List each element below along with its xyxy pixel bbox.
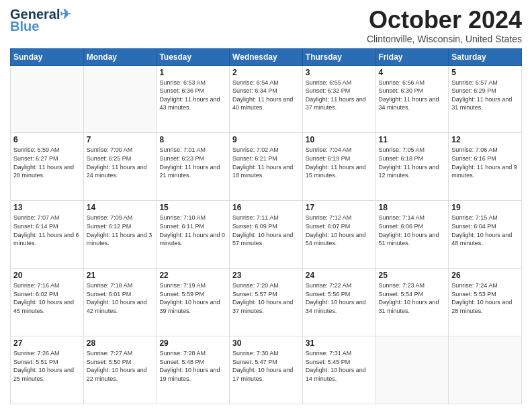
- day-number: 3: [306, 68, 373, 77]
- calendar-cell: 31Sunrise: 7:31 AMSunset: 5:45 PMDayligh…: [302, 336, 375, 404]
- day-info: Sunrise: 6:56 AMSunset: 6:30 PMDaylight:…: [379, 79, 446, 112]
- day-number: 14: [87, 203, 154, 212]
- calendar-cell: 3Sunrise: 6:55 AMSunset: 6:32 PMDaylight…: [302, 65, 375, 133]
- day-info: Sunrise: 7:22 AMSunset: 5:56 PMDaylight:…: [306, 281, 373, 315]
- calendar-cell: [375, 336, 449, 404]
- day-number: 15: [159, 203, 226, 212]
- day-info: Sunrise: 7:27 AMSunset: 5:50 PMDaylight:…: [87, 349, 154, 383]
- logo: General✈ Blue: [10, 7, 71, 34]
- calendar-cell: 5Sunrise: 6:57 AMSunset: 6:29 PMDaylight…: [449, 65, 522, 133]
- day-info: Sunrise: 7:07 AMSunset: 6:14 PMDaylight:…: [13, 214, 81, 247]
- day-number: 13: [13, 203, 81, 212]
- day-number: 24: [306, 271, 373, 280]
- day-number: 27: [13, 338, 81, 348]
- calendar-cell: [83, 65, 157, 133]
- day-info: Sunrise: 7:09 AMSunset: 6:12 PMDaylight:…: [87, 214, 154, 247]
- col-thursday: Thursday: [302, 48, 375, 65]
- calendar-cell: 15Sunrise: 7:10 AMSunset: 6:11 PMDayligh…: [157, 201, 230, 269]
- calendar-cell: 30Sunrise: 7:30 AMSunset: 5:47 PMDayligh…: [230, 336, 303, 404]
- calendar-cell: 24Sunrise: 7:22 AMSunset: 5:56 PMDayligh…: [302, 269, 375, 336]
- day-number: 20: [13, 271, 81, 280]
- day-info: Sunrise: 7:02 AMSunset: 6:21 PMDaylight:…: [232, 146, 300, 179]
- col-wednesday: Wednesday: [230, 48, 303, 65]
- calendar-week-1: 1Sunrise: 6:53 AMSunset: 6:36 PMDaylight…: [11, 65, 522, 133]
- logo-bird-icon: ✈: [60, 7, 71, 21]
- day-number: 21: [87, 271, 154, 280]
- col-saturday: Saturday: [449, 48, 522, 65]
- day-number: 22: [159, 271, 226, 280]
- day-info: Sunrise: 7:30 AMSunset: 5:47 PMDaylight:…: [232, 349, 300, 383]
- calendar-cell: 6Sunrise: 6:59 AMSunset: 6:27 PMDaylight…: [11, 133, 84, 201]
- logo-blue: Blue: [10, 19, 39, 34]
- day-info: Sunrise: 7:18 AMSunset: 6:01 PMDaylight:…: [87, 281, 154, 315]
- calendar-cell: 12Sunrise: 7:06 AMSunset: 6:16 PMDayligh…: [449, 133, 522, 201]
- day-info: Sunrise: 6:59 AMSunset: 6:27 PMDaylight:…: [13, 146, 81, 179]
- calendar-cell: [11, 65, 84, 133]
- day-number: 5: [451, 68, 519, 77]
- day-info: Sunrise: 7:10 AMSunset: 6:11 PMDaylight:…: [159, 214, 226, 247]
- day-number: 17: [306, 203, 373, 212]
- calendar-cell: 8Sunrise: 7:01 AMSunset: 6:23 PMDaylight…: [157, 133, 230, 201]
- calendar-cell: 28Sunrise: 7:27 AMSunset: 5:50 PMDayligh…: [83, 336, 157, 404]
- col-sunday: Sunday: [11, 48, 84, 65]
- calendar-cell: 21Sunrise: 7:18 AMSunset: 6:01 PMDayligh…: [83, 269, 157, 336]
- month-title: October 2024: [367, 7, 522, 34]
- day-number: 7: [87, 135, 154, 144]
- day-info: Sunrise: 7:14 AMSunset: 6:06 PMDaylight:…: [379, 214, 446, 247]
- day-number: 11: [379, 135, 446, 144]
- calendar-cell: 11Sunrise: 7:05 AMSunset: 6:18 PMDayligh…: [375, 133, 449, 201]
- calendar-cell: 23Sunrise: 7:20 AMSunset: 5:57 PMDayligh…: [230, 269, 303, 336]
- day-info: Sunrise: 7:15 AMSunset: 6:04 PMDaylight:…: [451, 214, 519, 247]
- day-number: 16: [232, 203, 300, 212]
- day-number: 10: [306, 135, 373, 144]
- calendar-week-3: 13Sunrise: 7:07 AMSunset: 6:14 PMDayligh…: [11, 201, 522, 269]
- day-number: 25: [379, 271, 446, 280]
- location: Clintonville, Wisconsin, United States: [367, 34, 522, 44]
- day-info: Sunrise: 7:12 AMSunset: 6:07 PMDaylight:…: [306, 214, 373, 247]
- calendar-cell: 18Sunrise: 7:14 AMSunset: 6:06 PMDayligh…: [375, 201, 449, 269]
- day-info: Sunrise: 7:23 AMSunset: 5:54 PMDaylight:…: [379, 281, 446, 315]
- day-number: 2: [232, 68, 300, 77]
- calendar-cell: 27Sunrise: 7:26 AMSunset: 5:51 PMDayligh…: [11, 336, 84, 404]
- day-info: Sunrise: 6:55 AMSunset: 6:32 PMDaylight:…: [306, 79, 373, 112]
- day-info: Sunrise: 7:11 AMSunset: 6:09 PMDaylight:…: [232, 214, 300, 247]
- calendar-cell: 25Sunrise: 7:23 AMSunset: 5:54 PMDayligh…: [375, 269, 449, 336]
- calendar-cell: [449, 336, 522, 404]
- col-friday: Friday: [375, 48, 449, 65]
- day-info: Sunrise: 6:53 AMSunset: 6:36 PMDaylight:…: [159, 79, 226, 112]
- page: General✈ Blue October 2024 Clintonville,…: [0, 0, 532, 411]
- title-area: October 2024 Clintonville, Wisconsin, Un…: [367, 7, 522, 44]
- calendar-week-4: 20Sunrise: 7:16 AMSunset: 6:02 PMDayligh…: [11, 269, 522, 336]
- day-info: Sunrise: 7:28 AMSunset: 5:48 PMDaylight:…: [159, 349, 226, 383]
- calendar-cell: 4Sunrise: 6:56 AMSunset: 6:30 PMDaylight…: [375, 65, 449, 133]
- day-info: Sunrise: 6:54 AMSunset: 6:34 PMDaylight:…: [232, 79, 300, 112]
- day-info: Sunrise: 7:01 AMSunset: 6:23 PMDaylight:…: [159, 146, 226, 179]
- calendar-cell: 2Sunrise: 6:54 AMSunset: 6:34 PMDaylight…: [230, 65, 303, 133]
- day-info: Sunrise: 7:26 AMSunset: 5:51 PMDaylight:…: [13, 349, 81, 383]
- day-info: Sunrise: 7:20 AMSunset: 5:57 PMDaylight:…: [232, 281, 300, 315]
- day-info: Sunrise: 7:04 AMSunset: 6:19 PMDaylight:…: [306, 146, 373, 179]
- calendar-cell: 14Sunrise: 7:09 AMSunset: 6:12 PMDayligh…: [83, 201, 157, 269]
- calendar-cell: 1Sunrise: 6:53 AMSunset: 6:36 PMDaylight…: [157, 65, 230, 133]
- day-number: 29: [159, 338, 226, 348]
- calendar-table: Sunday Monday Tuesday Wednesday Thursday…: [10, 48, 522, 404]
- calendar-cell: 17Sunrise: 7:12 AMSunset: 6:07 PMDayligh…: [302, 201, 375, 269]
- col-monday: Monday: [83, 48, 157, 65]
- day-info: Sunrise: 7:19 AMSunset: 5:59 PMDaylight:…: [159, 281, 226, 315]
- day-number: 30: [232, 338, 300, 348]
- calendar-cell: 20Sunrise: 7:16 AMSunset: 6:02 PMDayligh…: [11, 269, 84, 336]
- day-number: 12: [451, 135, 519, 144]
- day-number: 23: [232, 271, 300, 280]
- calendar-cell: 9Sunrise: 7:02 AMSunset: 6:21 PMDaylight…: [230, 133, 303, 201]
- day-number: 8: [159, 135, 226, 144]
- calendar-cell: 22Sunrise: 7:19 AMSunset: 5:59 PMDayligh…: [157, 269, 230, 336]
- calendar-header-row: Sunday Monday Tuesday Wednesday Thursday…: [11, 48, 522, 65]
- calendar-cell: 26Sunrise: 7:24 AMSunset: 5:53 PMDayligh…: [449, 269, 522, 336]
- calendar-cell: 7Sunrise: 7:00 AMSunset: 6:25 PMDaylight…: [83, 133, 157, 201]
- calendar-week-2: 6Sunrise: 6:59 AMSunset: 6:27 PMDaylight…: [11, 133, 522, 201]
- day-number: 6: [13, 135, 81, 144]
- calendar-cell: 16Sunrise: 7:11 AMSunset: 6:09 PMDayligh…: [230, 201, 303, 269]
- day-info: Sunrise: 7:24 AMSunset: 5:53 PMDaylight:…: [451, 281, 519, 315]
- day-number: 1: [159, 68, 226, 77]
- day-number: 18: [379, 203, 446, 212]
